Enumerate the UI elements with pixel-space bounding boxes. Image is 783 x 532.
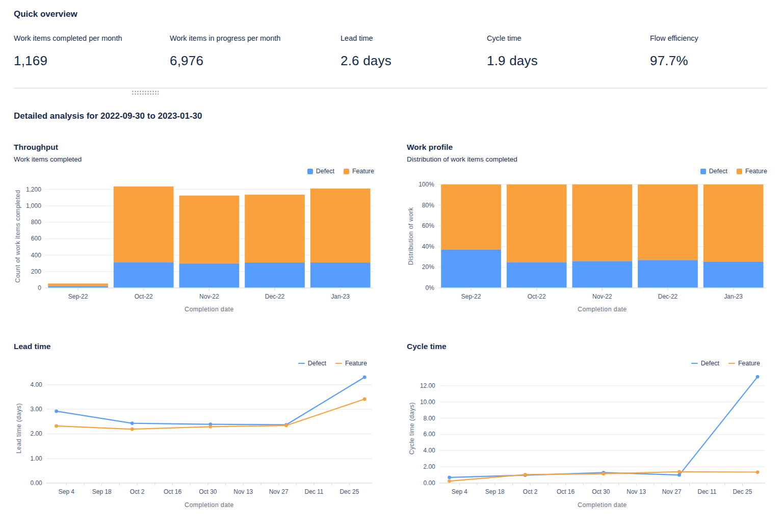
detailed-analysis-title: Detailed analysis for 2022-09-30 to 2023… [14, 111, 767, 121]
svg-text:Sep 18: Sep 18 [485, 488, 505, 495]
svg-text:Nov-22: Nov-22 [199, 293, 219, 300]
svg-text:Sep 4: Sep 4 [59, 488, 75, 495]
bar-nov-22-feature[interactable] [179, 196, 240, 263]
cycle-time-chart[interactable]: 0.002.004.006.008.0010.0012.00Sep 4Sep 1… [407, 368, 767, 514]
point-feature-3[interactable] [677, 470, 681, 473]
bar-jan-23-defect[interactable] [703, 261, 764, 288]
svg-text:6.00: 6.00 [424, 431, 436, 438]
svg-text:Cycle time (days): Cycle time (days) [408, 402, 415, 455]
bar-nov-22-defect[interactable] [572, 261, 633, 288]
bar-sep-22-defect[interactable] [441, 250, 501, 288]
svg-text:Count of work items completed: Count of work items completed [14, 190, 21, 282]
throughput-chart[interactable]: 02004006008001,0001,200Sep-22Oct-22Nov-2… [14, 176, 374, 312]
quick-overview-section: Quick overview Work items completed per … [14, 9, 767, 69]
lead-time-chart[interactable]: 0.001.002.003.004.00Sep 4Sep 18Oct 2Oct … [14, 368, 374, 514]
svg-text:Oct 16: Oct 16 [557, 488, 575, 495]
point-feature-0[interactable] [448, 480, 451, 483]
svg-text:1,200: 1,200 [26, 186, 41, 193]
point-feature-1[interactable] [524, 473, 527, 476]
bar-dec-22-defect[interactable] [638, 260, 698, 288]
svg-text:Nov 27: Nov 27 [662, 488, 682, 495]
point-defect-4[interactable] [363, 376, 367, 379]
legend-item-defect[interactable]: Defect [700, 168, 727, 175]
metric-label: Lead time [341, 34, 487, 42]
point-feature-4[interactable] [363, 397, 367, 401]
legend-label: Defect [316, 168, 334, 175]
bar-oct-22-defect[interactable] [114, 262, 174, 288]
cycle-time-legend: DefectFeature [407, 360, 767, 367]
lead-time-panel: Lead time DefectFeature 0.001.002.003.00… [14, 342, 374, 514]
bar-dec-22-defect[interactable] [245, 262, 305, 288]
bar-nov-22-feature[interactable] [572, 184, 633, 261]
svg-text:60%: 60% [422, 222, 434, 229]
metric-value: 97.7% [650, 53, 767, 69]
line-defect [450, 377, 758, 477]
legend-item-defect[interactable]: Defect [298, 360, 326, 367]
svg-text:Sep-22: Sep-22 [461, 293, 481, 300]
svg-text:Dec 25: Dec 25 [340, 488, 359, 495]
section-divider [14, 88, 767, 98]
bar-jan-23-feature[interactable] [310, 189, 371, 262]
metric-cycle-time: Cycle time 1.9 days [487, 34, 650, 69]
work-profile-legend: DefectFeature [407, 168, 767, 175]
svg-text:Dec 25: Dec 25 [733, 488, 752, 495]
svg-text:12.00: 12.00 [420, 382, 435, 389]
legend-item-feature[interactable]: Feature [335, 360, 367, 367]
panel-title: Cycle time [407, 342, 767, 351]
bar-dec-22-feature[interactable] [245, 195, 305, 262]
legend-item-feature[interactable]: Feature [737, 168, 767, 175]
svg-text:Oct 2: Oct 2 [523, 488, 538, 495]
svg-text:200: 200 [31, 268, 41, 275]
metric-flow-efficiency: Flow efficiency 97.7% [650, 34, 767, 69]
point-feature-4[interactable] [756, 470, 760, 474]
panel-resize-handle[interactable] [132, 90, 159, 95]
svg-text:Lead time (days): Lead time (days) [15, 403, 22, 454]
bar-oct-22-defect[interactable] [507, 262, 567, 288]
point-feature-1[interactable] [130, 428, 134, 431]
metric-in-progress-per-month: Work items in progress per month 6,976 [170, 34, 341, 69]
point-defect-4[interactable] [756, 375, 760, 379]
metric-value: 1.9 days [487, 53, 650, 69]
point-defect-1[interactable] [130, 421, 134, 425]
svg-text:1.00: 1.00 [31, 455, 43, 462]
bar-sep-22-feature[interactable] [441, 184, 501, 250]
point-feature-2[interactable] [208, 425, 212, 429]
metric-label: Work items completed per month [14, 34, 170, 42]
throughput-legend: DefectFeature [14, 168, 374, 175]
point-defect-0[interactable] [448, 475, 451, 479]
svg-text:Oct-22: Oct-22 [528, 293, 546, 300]
svg-text:Dec 11: Dec 11 [698, 488, 717, 495]
bar-jan-23-defect[interactable] [310, 262, 371, 288]
point-feature-2[interactable] [602, 472, 605, 475]
legend-label: Defect [701, 360, 719, 367]
legend-label: Feature [738, 360, 760, 367]
bar-sep-22-feature[interactable] [48, 283, 108, 286]
point-defect-0[interactable] [55, 409, 58, 413]
bar-jan-23-feature[interactable] [703, 184, 764, 261]
svg-text:4.00: 4.00 [31, 381, 43, 388]
svg-text:Nov-22: Nov-22 [592, 293, 612, 300]
work-profile-panel: Work profile Distribution of work items … [407, 143, 767, 312]
lead-time-legend: DefectFeature [14, 360, 374, 367]
metric-lead-time: Lead time 2.6 days [341, 34, 487, 69]
legend-item-feature[interactable]: Feature [344, 168, 374, 175]
svg-text:8.00: 8.00 [424, 414, 436, 421]
svg-text:3.00: 3.00 [31, 406, 43, 413]
point-feature-0[interactable] [55, 424, 58, 428]
bar-oct-22-feature[interactable] [507, 184, 567, 262]
quick-overview-title: Quick overview [14, 9, 767, 19]
point-defect-3[interactable] [677, 473, 681, 477]
metric-label: Work items in progress per month [170, 34, 341, 42]
legend-item-defect[interactable]: Defect [691, 360, 719, 367]
svg-text:100%: 100% [419, 181, 434, 188]
legend-item-feature[interactable]: Feature [728, 360, 760, 367]
bar-nov-22-defect[interactable] [179, 263, 240, 288]
work-profile-chart[interactable]: 0%20%40%60%80%100%Sep-22Oct-22Nov-22Dec-… [407, 176, 767, 312]
svg-text:1,000: 1,000 [26, 202, 41, 209]
legend-item-defect[interactable]: Defect [307, 168, 334, 175]
svg-text:Sep 4: Sep 4 [452, 488, 468, 495]
point-feature-3[interactable] [284, 423, 288, 427]
bar-dec-22-feature[interactable] [638, 184, 698, 260]
svg-text:Oct 30: Oct 30 [199, 488, 217, 495]
bar-oct-22-feature[interactable] [114, 187, 174, 262]
